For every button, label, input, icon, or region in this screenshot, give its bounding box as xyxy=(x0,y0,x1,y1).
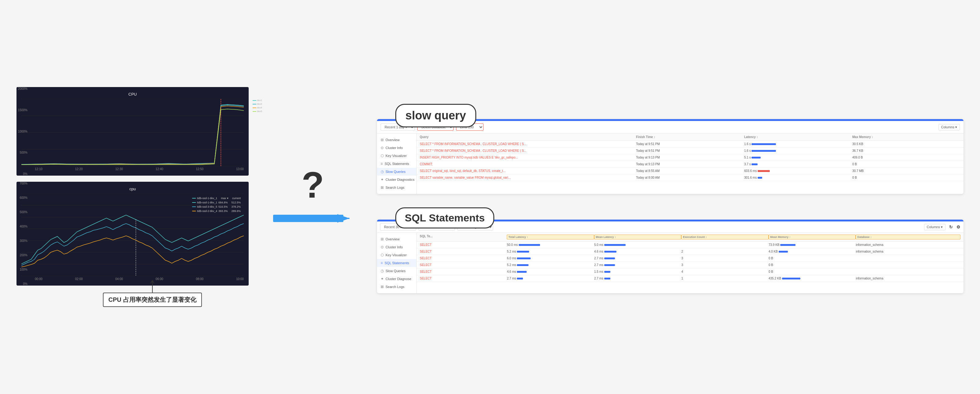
slow-query-body: ⊞ Overview ⊙ Cluster Info ⬡ Key Visualiz… xyxy=(377,133,964,194)
left-charts: CPU 2000% 1500% 1000% 500% 0% xyxy=(16,87,249,307)
cpu-top-svg xyxy=(21,99,244,166)
sql-statements-table-header: SQL Te... Total Latency ↕ Mean Latency ↕… xyxy=(417,233,964,241)
table-row[interactable]: SELECT 6.0 ms 2.7 ms 3 0 B xyxy=(417,255,964,262)
table-row[interactable]: SELECT * FROM INFORMATION_SCHEMA . CLUST… xyxy=(417,148,964,154)
sql-statements-content: SQL Te... Total Latency ↕ Mean Latency ↕… xyxy=(417,233,964,293)
slow-icon: ◷ xyxy=(381,170,384,174)
question-mark: ? xyxy=(302,167,324,203)
columns-button-slow[interactable]: Columns ▾ xyxy=(939,124,960,130)
table-row[interactable]: SELECT * FROM INFORMATION_SCHEMA . CLUST… xyxy=(417,141,964,148)
sql-statements-wrapper: SQL Statements Recent 30 min ▾ Select Da… xyxy=(377,219,964,293)
sidebar-item-overview[interactable]: ⊞ Overview xyxy=(377,136,416,144)
cpu-bottom-title: cpu xyxy=(21,187,244,191)
chart-legend-top: tikv1 tikv3 tikv4 tikv5 xyxy=(253,99,262,113)
sidebar-item-sql-statements[interactable]: ≡ SQL Statements xyxy=(377,160,416,168)
diagnose-icon: ✦ xyxy=(381,277,384,281)
overview2-icon: ⊞ xyxy=(381,237,384,241)
annotation-container: CPU 占用率突然发生了显著变化 xyxy=(103,277,202,307)
sidebar-item-key-viz2[interactable]: ⬡ Key Visualizer xyxy=(377,251,416,259)
cpu-bottom-chart: cpu 700% 600% 500% 400% 300% 200% 100% 0… xyxy=(16,182,249,286)
table-row[interactable]: SELECT 5.2 ms 4.6 ms 2 4.0 KB informatio… xyxy=(417,248,964,255)
cluster2-icon: ⊙ xyxy=(381,245,384,249)
cpu-top-chart: CPU 2000% 1500% 1000% 500% 0% xyxy=(16,87,249,176)
sidebar-item-key-viz[interactable]: ⬡ Key Visualizer xyxy=(377,152,416,160)
settings-button[interactable]: ⚙ xyxy=(956,224,961,229)
arrow-section: ? xyxy=(267,167,359,227)
overview-icon: ⊞ xyxy=(381,138,384,142)
table-row[interactable]: SELECT 50.0 ms 5.0 ms 73.9 KB informatio… xyxy=(417,241,964,248)
slow2-icon: ◷ xyxy=(381,269,384,273)
logs-icon: ⊠ xyxy=(381,185,384,190)
columns-button-sql[interactable]: Columns ▾ xyxy=(924,224,945,230)
table-row[interactable]: SELECT 5.2 ms 2.7 ms 3 0 B xyxy=(417,262,964,268)
table-row[interactable]: COMMIT; Today at 9:13 PM 3.7 s 0 B xyxy=(417,161,964,168)
sidebar-item-sql-statements2[interactable]: ≡ SQL Statements xyxy=(377,259,416,267)
table-row[interactable]: INSERT HIGH_PRIORITY INTO mysql.tidb VAL… xyxy=(417,154,964,161)
table-row[interactable]: SELECT 4.6 ms 1.5 ms 4 0 B xyxy=(417,268,964,275)
svg-rect-19 xyxy=(273,215,344,222)
right-arrow xyxy=(273,209,353,227)
sql-statements-body: ⊞ Overview ⊙ Cluster Info ⬡ Key Visualiz… xyxy=(377,233,964,293)
sidebar-item-slow-queries2[interactable]: ◷ Slow Queries xyxy=(377,267,416,275)
cpu-annotation-label: CPU 占用率突然发生了显著变化 xyxy=(103,292,202,307)
sidebar-item-diagnostics[interactable]: ✦ Cluster Diagnostics xyxy=(377,176,416,184)
sql-statements-sidebar: ⊞ Overview ⊙ Cluster Info ⬡ Key Visualiz… xyxy=(377,233,417,293)
x-labels-top: 12:10 12:20 12:30 12:40 12:50 13:00 xyxy=(21,167,244,171)
slow-query-sidebar: ⊞ Overview ⊙ Cluster Info ⬡ Key Visualiz… xyxy=(377,133,417,194)
sidebar-item-search-logs2[interactable]: ⊠ Search Logs xyxy=(377,283,416,291)
logs2-icon: ⊠ xyxy=(381,284,384,289)
slow-query-table-header: Query Finish Time ↕ Latency ↕ Max Memory… xyxy=(417,133,964,141)
cpu-top-chart-area: tikv1 tikv3 tikv4 tikv5 xyxy=(21,99,244,166)
table-row[interactable]: SELECT original_sql, bind_sql, default_d… xyxy=(417,168,964,175)
cpu-bottom-wrapper: cpu 700% 600% 500% 400% 300% 200% 100% 0… xyxy=(16,182,249,286)
chart-legend-bottom: tidb-ssd-1-tikv_1 max ▾ current tidb-ssd… xyxy=(192,197,241,213)
sidebar-item-diagnose[interactable]: ✦ Cluster Diagnose xyxy=(377,275,416,283)
slow-query-label: slow query xyxy=(395,104,476,127)
slow-query-panel: Recent 1 day ▾ Select Database Limit 100… xyxy=(377,119,964,194)
cpu-top-title: CPU xyxy=(21,92,244,97)
sidebar-item-cluster-info2[interactable]: ⊙ Cluster Info xyxy=(377,243,416,251)
sidebar-item-overview2[interactable]: ⊞ Overview xyxy=(377,235,416,243)
table-row[interactable]: SELECT variable_name, variable_value FRO… xyxy=(417,175,964,181)
refresh-button[interactable]: ↻ xyxy=(949,224,953,229)
sidebar-item-cluster-info[interactable]: ⊙ Cluster Info xyxy=(377,144,416,152)
sql-statements-panel: Recent 30 min ▾ Select Database Select S… xyxy=(377,219,964,293)
annotation-arrow-up xyxy=(140,277,165,292)
right-panels: slow query Recent 1 day ▾ Select Databas… xyxy=(377,101,964,293)
main-container: CPU 2000% 1500% 1000% 500% 0% xyxy=(16,87,964,307)
slow-query-content: Query Finish Time ↕ Latency ↕ Max Memory… xyxy=(417,133,964,194)
sql-statements-label: SQL Statements xyxy=(395,207,494,229)
sql2-icon: ≡ xyxy=(381,261,383,265)
key-viz-icon: ⬡ xyxy=(381,154,384,158)
keyviz2-icon: ⬡ xyxy=(381,253,384,257)
slow-query-wrapper: slow query Recent 1 day ▾ Select Databas… xyxy=(377,119,964,194)
table-row[interactable]: SELECT 2.7 ms 2.7 ms 1 435.2 KB informat… xyxy=(417,275,964,282)
sidebar-item-search-logs[interactable]: ⊠ Search Logs xyxy=(377,184,416,192)
cpu-bottom-chart-area: tidb-ssd-1-tikv_1 max ▾ current tidb-ssd… xyxy=(21,194,244,276)
cluster-info-icon: ⊙ xyxy=(381,146,384,150)
sidebar-item-slow-queries[interactable]: ◷ Slow Queries xyxy=(377,168,416,176)
diagnostics-icon: ✦ xyxy=(381,178,384,182)
sql-icon: ≡ xyxy=(381,162,383,166)
